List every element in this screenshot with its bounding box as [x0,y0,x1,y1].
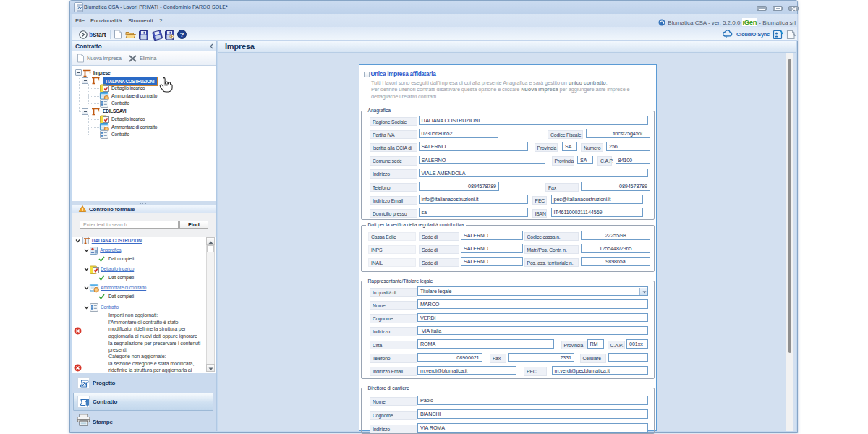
svg-text:?: ? [180,31,184,38]
